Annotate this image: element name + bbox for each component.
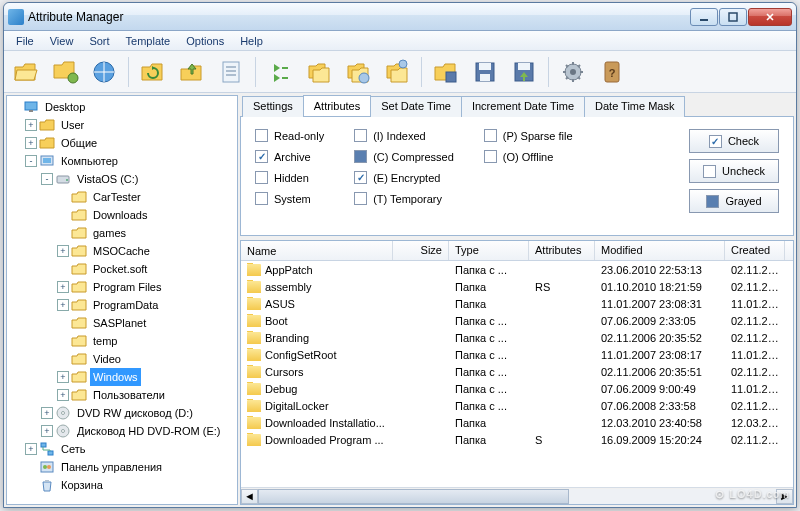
tree-label[interactable]: Program Files	[90, 278, 164, 296]
tab-attributes[interactable]: Attributes	[303, 95, 371, 116]
tree-node[interactable]: temp	[9, 332, 235, 350]
tree-label[interactable]: CarTester	[90, 188, 144, 206]
tree-label[interactable]: temp	[90, 332, 120, 350]
tree-node[interactable]: +User	[9, 116, 235, 134]
checkbox-icon[interactable]	[484, 129, 497, 142]
help-icon[interactable]: ?	[594, 54, 630, 90]
load-template-icon[interactable]	[506, 54, 542, 90]
tree-node[interactable]: SASPlanet	[9, 314, 235, 332]
tree-label[interactable]: User	[58, 116, 87, 134]
tree-label[interactable]: Общие	[58, 134, 100, 152]
tree-node[interactable]: -Компьютер	[9, 152, 235, 170]
tree-label[interactable]: Корзина	[58, 476, 106, 494]
tree-expander-icon[interactable]: +	[25, 137, 37, 149]
tree-label[interactable]: ProgramData	[90, 296, 161, 314]
list-row[interactable]: CursorsПапка с ...02.11.2006 20:35:5102.…	[241, 363, 793, 380]
col-created[interactable]: Created	[725, 241, 785, 260]
checkbox-icon[interactable]	[255, 129, 268, 142]
tree[interactable]: Desktop+User+Общие-Компьютер-VistaOS (C:…	[6, 95, 238, 505]
tab-date-time-mask[interactable]: Date Time Mask	[584, 96, 685, 117]
attr--t-temporary[interactable]: (T) Temporary	[354, 192, 454, 205]
tree-label[interactable]: Video	[90, 350, 124, 368]
tree-label[interactable]: Сеть	[58, 440, 88, 458]
tree-label[interactable]: Windows	[90, 368, 141, 386]
col-size[interactable]: Size	[393, 241, 449, 260]
tree-label[interactable]: MSOCache	[90, 242, 153, 260]
attr--p-sparse-file[interactable]: (P) Sparse file	[484, 129, 573, 142]
checkbox-icon[interactable]	[354, 192, 367, 205]
checkbox-icon[interactable]	[255, 192, 268, 205]
menu-help[interactable]: Help	[232, 33, 271, 49]
checkbox-icon[interactable]	[255, 150, 268, 163]
attr--i-indexed[interactable]: (I) Indexed	[354, 129, 454, 142]
tree-node[interactable]: Корзина	[9, 476, 235, 494]
list-row[interactable]: Downloaded Installatio...Папка12.03.2010…	[241, 414, 793, 431]
tree-expander-icon[interactable]: +	[57, 299, 69, 311]
tree-node[interactable]: Downloads	[9, 206, 235, 224]
menu-sort[interactable]: Sort	[81, 33, 117, 49]
tree-label[interactable]: Desktop	[42, 98, 88, 116]
list-row[interactable]: DebugПапка с ...07.06.2009 9:00:4911.01.…	[241, 380, 793, 397]
tree-node[interactable]: +Дисковод HD DVD-ROM (E:)	[9, 422, 235, 440]
paste-dates-icon[interactable]	[379, 54, 415, 90]
tree-label[interactable]: Downloads	[90, 206, 150, 224]
tree-node[interactable]: +Пользователи	[9, 386, 235, 404]
tree-node[interactable]: Панель управления	[9, 458, 235, 476]
tab-settings[interactable]: Settings	[242, 96, 304, 117]
maximize-button[interactable]	[719, 8, 747, 26]
tree-node[interactable]: +Windows	[9, 368, 235, 386]
menu-file[interactable]: File	[8, 33, 42, 49]
list-row[interactable]: AppPatchПапка с ...23.06.2010 22:53:1302…	[241, 261, 793, 278]
list-header[interactable]: Name Size Type Attributes Modified Creat…	[241, 241, 793, 261]
tree-expander-icon[interactable]: +	[41, 425, 53, 437]
col-name[interactable]: Name	[241, 241, 393, 260]
attr-hidden[interactable]: Hidden	[255, 171, 324, 184]
tree-node[interactable]: games	[9, 224, 235, 242]
folder-tree-icon[interactable]	[47, 54, 83, 90]
tree-label[interactable]: Дисковод HD DVD-ROM (E:)	[74, 422, 224, 440]
browser-icon[interactable]	[86, 54, 122, 90]
tree-node[interactable]: +Сеть	[9, 440, 235, 458]
tree-expander-icon[interactable]: -	[25, 155, 37, 167]
tree-node[interactable]: -VistaOS (C:)	[9, 170, 235, 188]
tree-label[interactable]: Pocket.soft	[90, 260, 150, 278]
tree-node[interactable]: Desktop	[9, 98, 235, 116]
tree-expander-icon[interactable]: +	[57, 245, 69, 257]
grayed-button[interactable]: Grayed	[689, 189, 779, 213]
checkbox-icon[interactable]	[484, 150, 497, 163]
save-icon[interactable]	[467, 54, 503, 90]
tree-expander-icon[interactable]: +	[57, 371, 69, 383]
menu-options[interactable]: Options	[178, 33, 232, 49]
list-row[interactable]: ConfigSetRootПапка с ...11.01.2007 23:08…	[241, 346, 793, 363]
settings-gear-icon[interactable]	[555, 54, 591, 90]
scroll-thumb[interactable]	[258, 489, 569, 504]
attr-read-only[interactable]: Read-only	[255, 129, 324, 142]
checkbox-icon[interactable]	[354, 171, 367, 184]
attr--e-encrypted[interactable]: (E) Encrypted	[354, 171, 454, 184]
file-list[interactable]: Name Size Type Attributes Modified Creat…	[240, 240, 794, 505]
scroll-left-icon[interactable]: ◄	[241, 489, 258, 504]
attr-archive[interactable]: Archive	[255, 150, 324, 163]
tree-label[interactable]: Компьютер	[58, 152, 121, 170]
menu-template[interactable]: Template	[118, 33, 179, 49]
save-template-icon[interactable]	[428, 54, 464, 90]
tree-label[interactable]: VistaOS (C:)	[74, 170, 142, 188]
list-row[interactable]: ASUSПапка11.01.2007 23:08:3111.01.200	[241, 295, 793, 312]
list-row[interactable]: DigitalLockerПапка с ...07.06.2008 2:33:…	[241, 397, 793, 414]
attr--o-offline[interactable]: (O) Offline	[484, 150, 573, 163]
col-type[interactable]: Type	[449, 241, 529, 260]
folder-up-icon[interactable]	[174, 54, 210, 90]
tab-set-date-time[interactable]: Set Date Time	[370, 96, 462, 117]
tree-expander-icon[interactable]: -	[41, 173, 53, 185]
uncheck-button[interactable]: Uncheck	[689, 159, 779, 183]
close-button[interactable]	[748, 8, 792, 26]
tab-increment-date-time[interactable]: Increment Date Time	[461, 96, 585, 117]
refresh-icon[interactable]	[135, 54, 171, 90]
tree-label[interactable]: games	[90, 224, 129, 242]
tree-node[interactable]: Pocket.soft	[9, 260, 235, 278]
list-row[interactable]: BootПапка с ...07.06.2009 2:33:0502.11.2…	[241, 312, 793, 329]
tree-label[interactable]: DVD RW дисковод (D:)	[74, 404, 196, 422]
tree-expander-icon[interactable]: +	[57, 281, 69, 293]
col-modified[interactable]: Modified	[595, 241, 725, 260]
minimize-button[interactable]	[690, 8, 718, 26]
